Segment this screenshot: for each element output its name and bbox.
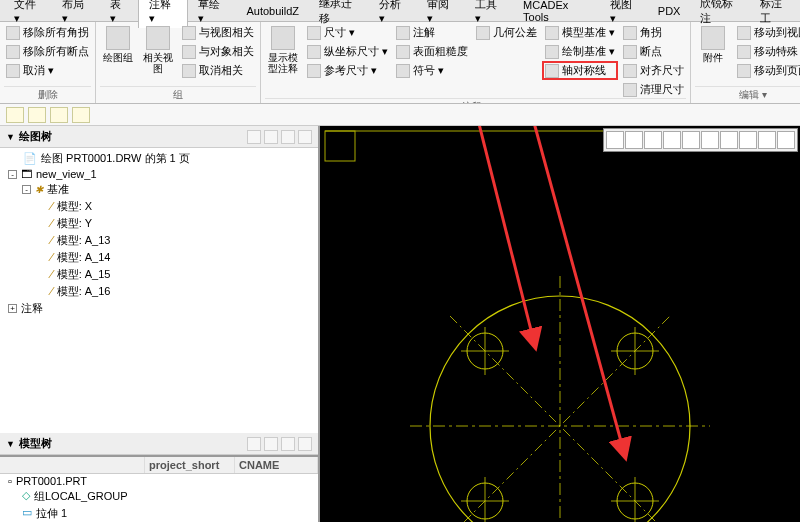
canvas-tool-5[interactable] <box>701 131 719 149</box>
tree-tool-icon[interactable] <box>247 130 261 144</box>
qat-icon[interactable] <box>28 107 46 123</box>
drawing-tree-title: 绘图树 <box>19 129 52 144</box>
cmd-注解[interactable]: 注解 <box>394 24 470 41</box>
canvas-tool-4[interactable] <box>682 131 700 149</box>
feature-icon: ▭ <box>22 506 32 521</box>
cmd-轴对称线[interactable]: 轴对称线 <box>543 62 617 79</box>
cmd-icon <box>307 45 321 59</box>
group-icon: ◇ <box>22 489 30 504</box>
cmd-与对象相关[interactable]: 与对象相关 <box>180 43 256 60</box>
settings-icon[interactable] <box>298 130 312 144</box>
cmd-取消相关[interactable]: 取消相关 <box>180 62 256 79</box>
cmd-移动到页面[interactable]: 移动到页面 <box>735 62 800 79</box>
cmd-icon <box>182 45 196 59</box>
tree-tool-icon[interactable] <box>264 437 278 451</box>
col-project: project_short <box>145 457 235 473</box>
filter-icon[interactable] <box>281 130 295 144</box>
drawing-tree: 📄绘图 PRT0001.DRW 的第 1 页-🗔new_view_1-✱基准⁄模… <box>0 148 318 433</box>
cmd-icon <box>737 45 751 59</box>
workspace: ▼ 绘图树 📄绘图 PRT0001.DRW 的第 1 页-🗔new_view_1… <box>0 126 800 522</box>
cmd-几何公差[interactable]: 几何公差 <box>474 24 539 41</box>
cmd-移动到视图[interactable]: 移动到视图 <box>735 24 800 41</box>
model-tree-columns: project_short CNAME <box>0 457 318 474</box>
canvas-tool-6[interactable] <box>720 131 738 149</box>
cmd-断点[interactable]: 断点 <box>621 43 686 60</box>
cmd-移除所有断点[interactable]: 移除所有断点 <box>4 43 91 60</box>
tree-datum[interactable]: -✱基准 <box>4 181 314 198</box>
collapse-icon[interactable]: ▼ <box>6 439 15 449</box>
cmd-icon <box>6 26 20 40</box>
cmd-icon <box>146 26 170 50</box>
model-row[interactable]: ◇组LOCAL_GROUP <box>0 488 318 505</box>
cmd-icon <box>182 26 196 40</box>
cmd-移除所有角拐[interactable]: 移除所有角拐 <box>4 24 91 41</box>
tree-toggle[interactable]: - <box>8 170 17 179</box>
cmd-模型基准 ▾[interactable]: 模型基准 ▾ <box>543 24 617 41</box>
cmd-对齐尺寸[interactable]: 对齐尺寸 <box>621 62 686 79</box>
canvas-tool-2[interactable] <box>644 131 662 149</box>
tree-toggle[interactable]: + <box>8 304 17 313</box>
view-icon: 🗔 <box>21 168 32 180</box>
ribbon: 移除所有角拐移除所有断点取消 ▾删除绘图组相关视图与视图相关与对象相关取消相关组… <box>0 22 800 104</box>
cmd-取消 ▾[interactable]: 取消 ▾ <box>4 62 91 79</box>
cmd-绘图组[interactable]: 绘图组 <box>100 24 136 65</box>
cmd-与视图相关[interactable]: 与视图相关 <box>180 24 256 41</box>
qat-icon[interactable] <box>72 107 90 123</box>
tree-toggle[interactable]: - <box>22 185 31 194</box>
cmd-icon <box>6 64 20 78</box>
cmd-符号 ▾[interactable]: 符号 ▾ <box>394 62 470 79</box>
axis-icon: ⁄ <box>51 286 53 297</box>
tree-axis[interactable]: ⁄模型: Y <box>4 215 314 232</box>
settings-icon[interactable] <box>298 437 312 451</box>
ribbon-group-注释 ▾: 显示模型注释尺寸 ▾纵坐标尺寸 ▾参考尺寸 ▾注解表面粗糙度符号 ▾几何公差模型… <box>261 22 691 103</box>
menu-PDX[interactable]: PDX <box>648 2 691 20</box>
model-tree-title: 模型树 <box>19 436 52 451</box>
cmd-参考尺寸 ▾[interactable]: 参考尺寸 ▾ <box>305 62 390 79</box>
collapse-icon[interactable]: ▼ <box>6 132 15 142</box>
tree-axis[interactable]: ⁄模型: A_13 <box>4 232 314 249</box>
tree-view[interactable]: -🗔new_view_1 <box>4 167 314 181</box>
filter-icon[interactable] <box>281 437 295 451</box>
axis-icon: ⁄ <box>51 252 53 263</box>
tree-tool-icon[interactable] <box>264 130 278 144</box>
model-row[interactable]: ▭拉伸 1 <box>0 505 318 522</box>
cmd-尺寸 ▾[interactable]: 尺寸 ▾ <box>305 24 390 41</box>
tree-axis[interactable]: ⁄模型: X <box>4 198 314 215</box>
model-row[interactable]: ▫PRT0001.PRT <box>0 474 318 488</box>
tree-drawing-root[interactable]: 📄绘图 PRT0001.DRW 的第 1 页 <box>4 150 314 167</box>
canvas-tool-9[interactable] <box>777 131 795 149</box>
cmd-附件[interactable]: 附件 <box>695 24 731 65</box>
tree-axis[interactable]: ⁄模型: A_14 <box>4 249 314 266</box>
cmd-icon <box>271 26 295 50</box>
canvas-tool-7[interactable] <box>739 131 757 149</box>
qat-icon[interactable] <box>50 107 68 123</box>
cmd-显示模型注释[interactable]: 显示模型注释 <box>265 24 301 76</box>
cmd-角拐[interactable]: 角拐 <box>621 24 686 41</box>
cmd-清理尺寸[interactable]: 清理尺寸 <box>621 81 686 98</box>
cmd-移动特殊[interactable]: 移动特殊 <box>735 43 800 60</box>
canvas-tool-0[interactable] <box>606 131 624 149</box>
canvas-tool-1[interactable] <box>625 131 643 149</box>
group-label: 删除 <box>4 86 91 103</box>
drawing-canvas[interactable] <box>320 126 800 522</box>
qat-icon[interactable] <box>6 107 24 123</box>
tree-annotations[interactable]: +注释 <box>4 300 314 317</box>
group-label: 组 <box>100 86 256 103</box>
cmd-表面粗糙度[interactable]: 表面粗糙度 <box>394 43 470 60</box>
cmd-相关视图[interactable]: 相关视图 <box>140 24 176 76</box>
cmd-绘制基准 ▾[interactable]: 绘制基准 ▾ <box>543 43 617 60</box>
cmd-纵坐标尺寸 ▾[interactable]: 纵坐标尺寸 ▾ <box>305 43 390 60</box>
tree-tool-icon[interactable] <box>247 437 261 451</box>
menu-AutobuildZ[interactable]: AutobuildZ <box>236 2 309 20</box>
svg-line-19 <box>475 126 535 346</box>
axis-icon: ⁄ <box>51 269 53 280</box>
canvas-tool-3[interactable] <box>663 131 681 149</box>
cmd-icon <box>545 26 559 40</box>
sheet-icon: 📄 <box>23 152 37 165</box>
cmd-icon <box>396 64 410 78</box>
menu-bar: 文件 ▾布局 ▾表 ▾注释 ▾草绘 ▾AutobuildZ继承迁移分析 ▾审阅 … <box>0 0 800 22</box>
canvas-tool-8[interactable] <box>758 131 776 149</box>
tree-axis[interactable]: ⁄模型: A_15 <box>4 266 314 283</box>
svg-line-20 <box>530 126 625 456</box>
tree-axis[interactable]: ⁄模型: A_16 <box>4 283 314 300</box>
